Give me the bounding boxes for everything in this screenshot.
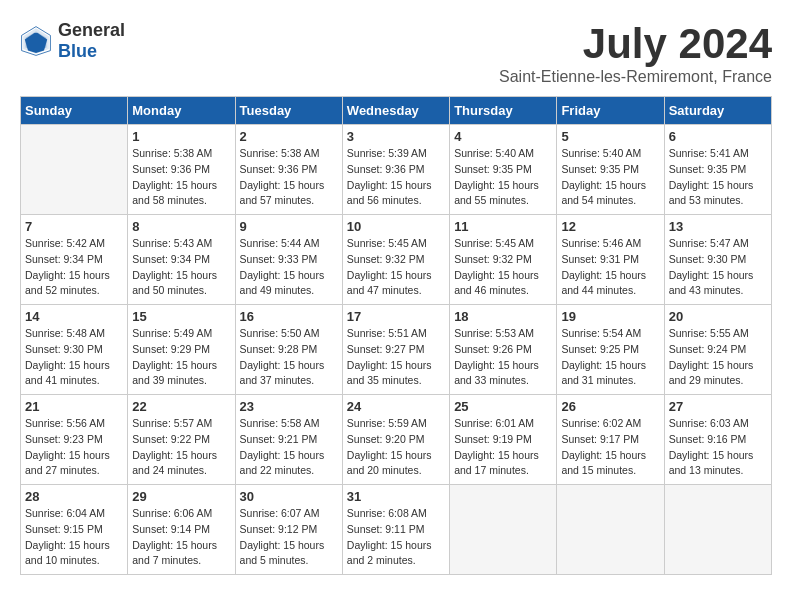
calendar-cell: 14 Sunrise: 5:48 AM Sunset: 9:30 PM Dayl… [21, 305, 128, 395]
calendar-cell: 3 Sunrise: 5:39 AM Sunset: 9:36 PM Dayli… [342, 125, 449, 215]
day-info: Sunrise: 5:45 AM Sunset: 9:32 PM Dayligh… [454, 236, 552, 299]
logo: General Blue [20, 20, 125, 62]
sunset: Sunset: 9:23 PM [25, 433, 103, 445]
daylight: Daylight: 15 hours and 55 minutes. [454, 179, 539, 207]
day-number: 5 [561, 129, 659, 144]
day-number: 30 [240, 489, 338, 504]
day-number: 8 [132, 219, 230, 234]
sunrise: Sunrise: 5:42 AM [25, 237, 105, 249]
calendar-cell [21, 125, 128, 215]
sunrise: Sunrise: 5:41 AM [669, 147, 749, 159]
calendar-cell: 30 Sunrise: 6:07 AM Sunset: 9:12 PM Dayl… [235, 485, 342, 575]
day-info: Sunrise: 6:02 AM Sunset: 9:17 PM Dayligh… [561, 416, 659, 479]
sunrise: Sunrise: 5:39 AM [347, 147, 427, 159]
sunrise: Sunrise: 5:45 AM [347, 237, 427, 249]
day-number: 11 [454, 219, 552, 234]
sunset: Sunset: 9:36 PM [240, 163, 318, 175]
day-number: 12 [561, 219, 659, 234]
daylight: Daylight: 15 hours and 33 minutes. [454, 359, 539, 387]
sunset: Sunset: 9:14 PM [132, 523, 210, 535]
day-number: 14 [25, 309, 123, 324]
calendar-cell: 6 Sunrise: 5:41 AM Sunset: 9:35 PM Dayli… [664, 125, 771, 215]
daylight: Daylight: 15 hours and 54 minutes. [561, 179, 646, 207]
sunrise: Sunrise: 5:49 AM [132, 327, 212, 339]
day-number: 1 [132, 129, 230, 144]
daylight: Daylight: 15 hours and 49 minutes. [240, 269, 325, 297]
calendar-cell: 2 Sunrise: 5:38 AM Sunset: 9:36 PM Dayli… [235, 125, 342, 215]
calendar-cell: 25 Sunrise: 6:01 AM Sunset: 9:19 PM Dayl… [450, 395, 557, 485]
sunrise: Sunrise: 5:57 AM [132, 417, 212, 429]
calendar-cell: 24 Sunrise: 5:59 AM Sunset: 9:20 PM Dayl… [342, 395, 449, 485]
day-number: 19 [561, 309, 659, 324]
daylight: Daylight: 15 hours and 15 minutes. [561, 449, 646, 477]
calendar-cell: 19 Sunrise: 5:54 AM Sunset: 9:25 PM Dayl… [557, 305, 664, 395]
calendar-cell: 7 Sunrise: 5:42 AM Sunset: 9:34 PM Dayli… [21, 215, 128, 305]
day-info: Sunrise: 5:49 AM Sunset: 9:29 PM Dayligh… [132, 326, 230, 389]
sunset: Sunset: 9:11 PM [347, 523, 425, 535]
sunset: Sunset: 9:16 PM [669, 433, 747, 445]
calendar-cell: 27 Sunrise: 6:03 AM Sunset: 9:16 PM Dayl… [664, 395, 771, 485]
sunrise: Sunrise: 6:02 AM [561, 417, 641, 429]
sunset: Sunset: 9:31 PM [561, 253, 639, 265]
day-info: Sunrise: 5:38 AM Sunset: 9:36 PM Dayligh… [240, 146, 338, 209]
sunrise: Sunrise: 5:40 AM [454, 147, 534, 159]
daylight: Daylight: 15 hours and 56 minutes. [347, 179, 432, 207]
calendar-header-sunday: Sunday [21, 97, 128, 125]
calendar-cell: 1 Sunrise: 5:38 AM Sunset: 9:36 PM Dayli… [128, 125, 235, 215]
calendar-cell: 28 Sunrise: 6:04 AM Sunset: 9:15 PM Dayl… [21, 485, 128, 575]
day-number: 21 [25, 399, 123, 414]
sunset: Sunset: 9:12 PM [240, 523, 318, 535]
sunrise: Sunrise: 5:50 AM [240, 327, 320, 339]
daylight: Daylight: 15 hours and 41 minutes. [25, 359, 110, 387]
sunset: Sunset: 9:30 PM [669, 253, 747, 265]
calendar-week-1: 1 Sunrise: 5:38 AM Sunset: 9:36 PM Dayli… [21, 125, 772, 215]
sunrise: Sunrise: 5:55 AM [669, 327, 749, 339]
calendar-header-thursday: Thursday [450, 97, 557, 125]
daylight: Daylight: 15 hours and 35 minutes. [347, 359, 432, 387]
sunset: Sunset: 9:33 PM [240, 253, 318, 265]
daylight: Daylight: 15 hours and 52 minutes. [25, 269, 110, 297]
calendar-header-tuesday: Tuesday [235, 97, 342, 125]
sunrise: Sunrise: 5:46 AM [561, 237, 641, 249]
day-info: Sunrise: 6:07 AM Sunset: 9:12 PM Dayligh… [240, 506, 338, 569]
sunset: Sunset: 9:27 PM [347, 343, 425, 355]
day-info: Sunrise: 6:04 AM Sunset: 9:15 PM Dayligh… [25, 506, 123, 569]
sunset: Sunset: 9:29 PM [132, 343, 210, 355]
calendar-header-saturday: Saturday [664, 97, 771, 125]
day-number: 2 [240, 129, 338, 144]
sunset: Sunset: 9:17 PM [561, 433, 639, 445]
calendar-header-wednesday: Wednesday [342, 97, 449, 125]
day-info: Sunrise: 5:59 AM Sunset: 9:20 PM Dayligh… [347, 416, 445, 479]
sunrise: Sunrise: 5:48 AM [25, 327, 105, 339]
sunrise: Sunrise: 5:40 AM [561, 147, 641, 159]
daylight: Daylight: 15 hours and 46 minutes. [454, 269, 539, 297]
calendar-header-row: SundayMondayTuesdayWednesdayThursdayFrid… [21, 97, 772, 125]
day-info: Sunrise: 5:50 AM Sunset: 9:28 PM Dayligh… [240, 326, 338, 389]
daylight: Daylight: 15 hours and 13 minutes. [669, 449, 754, 477]
sunset: Sunset: 9:25 PM [561, 343, 639, 355]
day-number: 20 [669, 309, 767, 324]
day-info: Sunrise: 5:54 AM Sunset: 9:25 PM Dayligh… [561, 326, 659, 389]
calendar-cell: 10 Sunrise: 5:45 AM Sunset: 9:32 PM Dayl… [342, 215, 449, 305]
daylight: Daylight: 15 hours and 29 minutes. [669, 359, 754, 387]
day-info: Sunrise: 5:45 AM Sunset: 9:32 PM Dayligh… [347, 236, 445, 299]
calendar-cell: 18 Sunrise: 5:53 AM Sunset: 9:26 PM Dayl… [450, 305, 557, 395]
calendar-cell: 29 Sunrise: 6:06 AM Sunset: 9:14 PM Dayl… [128, 485, 235, 575]
page-header: General Blue July 2024 Saint-Etienne-les… [20, 20, 772, 86]
sunrise: Sunrise: 5:51 AM [347, 327, 427, 339]
sunset: Sunset: 9:32 PM [347, 253, 425, 265]
calendar-header-monday: Monday [128, 97, 235, 125]
calendar: SundayMondayTuesdayWednesdayThursdayFrid… [20, 96, 772, 575]
daylight: Daylight: 15 hours and 47 minutes. [347, 269, 432, 297]
day-number: 28 [25, 489, 123, 504]
calendar-week-2: 7 Sunrise: 5:42 AM Sunset: 9:34 PM Dayli… [21, 215, 772, 305]
sunrise: Sunrise: 5:59 AM [347, 417, 427, 429]
day-number: 23 [240, 399, 338, 414]
calendar-cell: 23 Sunrise: 5:58 AM Sunset: 9:21 PM Dayl… [235, 395, 342, 485]
day-number: 4 [454, 129, 552, 144]
calendar-cell: 4 Sunrise: 5:40 AM Sunset: 9:35 PM Dayli… [450, 125, 557, 215]
sunrise: Sunrise: 6:01 AM [454, 417, 534, 429]
sunset: Sunset: 9:28 PM [240, 343, 318, 355]
day-info: Sunrise: 5:46 AM Sunset: 9:31 PM Dayligh… [561, 236, 659, 299]
day-number: 6 [669, 129, 767, 144]
